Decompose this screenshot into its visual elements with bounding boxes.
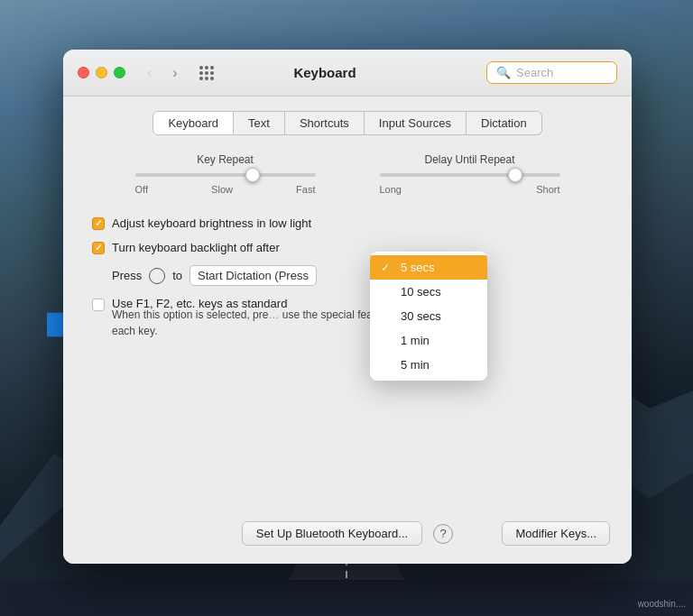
window-title: Keyboard: [174, 65, 476, 80]
dropdown-item-5secs[interactable]: ✓ 5 secs: [370, 255, 487, 280]
options-section: Adjust keyboard brightness in low light …: [85, 216, 610, 346]
dropdown-item-label: 5 secs: [401, 261, 435, 274]
delay-repeat-range-labels: Long Short: [380, 184, 560, 195]
check-icon-empty: [381, 359, 393, 372]
dropdown-item-label: 10 secs: [401, 285, 441, 299]
tab-keyboard[interactable]: Keyboard: [152, 111, 234, 135]
key-repeat-thumb[interactable]: [245, 168, 260, 182]
press-row: Press to Start Dictation (Press: [92, 265, 603, 286]
backlight-dropdown-popup: ✓ 5 secs 10 secs 30 secs 1 min 5 min: [370, 252, 487, 381]
help-button[interactable]: ?: [433, 524, 453, 544]
key-repeat-slow-label: Slow: [211, 184, 233, 195]
dropdown-item-1min[interactable]: 1 min: [370, 328, 487, 353]
tab-text[interactable]: Text: [234, 111, 285, 135]
bottom-buttons: Modifier Keys...: [502, 521, 610, 546]
key-repeat-off-label: Off: [135, 184, 148, 195]
key-repeat-track[interactable]: [135, 173, 316, 177]
close-button[interactable]: [78, 67, 89, 78]
check-icon-empty: [381, 310, 393, 323]
search-icon: 🔍: [496, 66, 511, 79]
back-button[interactable]: ‹: [140, 63, 160, 83]
key-repeat-range-labels: Off Slow Fast: [135, 184, 316, 195]
tab-shortcuts[interactable]: Shortcuts: [285, 111, 365, 135]
dropdown-item-label: 1 min: [401, 334, 430, 347]
delay-repeat-thumb[interactable]: [508, 168, 522, 182]
backlight-label: Turn keyboard backlight off after: [112, 241, 280, 254]
maximize-button[interactable]: [114, 67, 125, 78]
titlebar: ‹ › Keyboard 🔍: [63, 50, 632, 97]
dictation-dropdown[interactable]: Start Dictation (Press: [189, 265, 317, 286]
tab-input-sources[interactable]: Input Sources: [365, 111, 467, 135]
keyboard-window: ‹ › Keyboard 🔍 Keyboard Text Shortcuts I…: [63, 50, 632, 564]
dropdown-item-label: 30 secs: [401, 309, 441, 323]
key-repeat-label: Key Repeat: [197, 153, 254, 166]
backlight-suffix: [291, 241, 294, 254]
sliders-section: Key Repeat Off Slow Fast Delay Until Rep…: [85, 153, 610, 195]
fkey-checkbox[interactable]: [92, 299, 105, 311]
tab-dictation[interactable]: Dictation: [467, 111, 542, 135]
svg-rect-4: [0, 580, 693, 616]
brightness-option-row: Adjust keyboard brightness in low light: [92, 216, 603, 230]
dropdown-item-10secs[interactable]: 10 secs: [370, 280, 487, 304]
key-repeat-fast-label: Fast: [296, 184, 315, 195]
modifier-keys-button[interactable]: Modifier Keys...: [502, 521, 610, 546]
delay-repeat-label: Delay Until Repeat: [424, 153, 514, 166]
content-area: Keyboard Text Shortcuts Input Sources Di…: [63, 97, 632, 564]
dropdown-item-5min[interactable]: 5 min: [370, 353, 487, 377]
search-input[interactable]: [516, 66, 607, 79]
dropdown-item-30secs[interactable]: 30 secs: [370, 304, 487, 328]
check-icon-empty: [381, 335, 393, 347]
delay-repeat-long-label: Long: [380, 184, 402, 195]
watermark: woodshin....: [638, 599, 686, 609]
traffic-lights: [78, 67, 125, 78]
check-icon: ✓: [381, 262, 393, 274]
brightness-checkbox[interactable]: [92, 217, 105, 230]
dropdown-item-label: 5 min: [401, 358, 430, 372]
delay-repeat-track[interactable]: [380, 173, 560, 177]
minimize-button[interactable]: [96, 67, 107, 78]
key-repeat-group: Key Repeat Off Slow Fast: [135, 153, 316, 195]
backlight-checkbox[interactable]: [92, 242, 105, 254]
fkey-option-row: Use F1, F2, etc. keys as standard When t…: [92, 297, 603, 346]
check-icon-empty: [381, 286, 393, 299]
press-label: Press: [112, 269, 142, 282]
search-box[interactable]: 🔍: [486, 61, 617, 84]
tabs-bar: Keyboard Text Shortcuts Input Sources Di…: [85, 111, 610, 135]
delay-repeat-group: Delay Until Repeat Long Short: [380, 153, 560, 195]
brightness-label: Adjust keyboard brightness in low light: [112, 216, 311, 230]
press-to-label: to: [172, 269, 182, 282]
globe-icon: [149, 268, 165, 284]
delay-repeat-short-label: Short: [536, 184, 559, 195]
bluetooth-keyboard-button[interactable]: Set Up Bluetooth Keyboard...: [242, 521, 422, 546]
backlight-option-row: Turn keyboard backlight off after: [92, 241, 603, 254]
